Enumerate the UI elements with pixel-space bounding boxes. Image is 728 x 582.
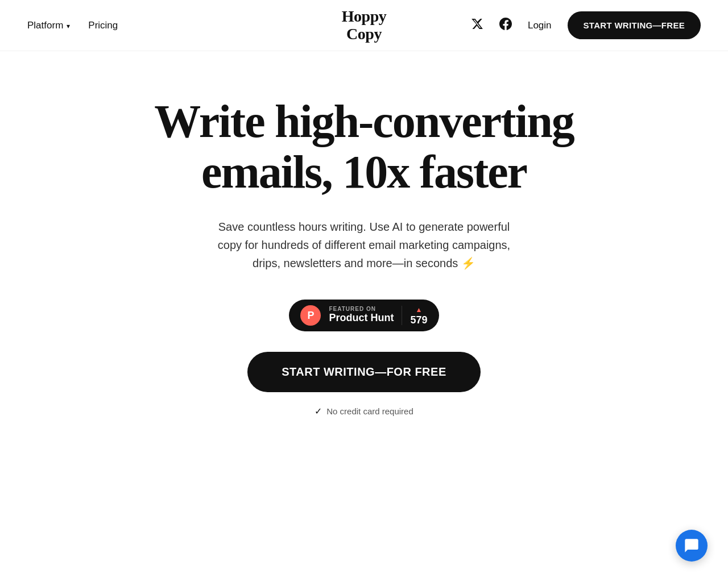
login-link[interactable]: Login [528, 20, 552, 31]
hero-subtitle: Save countless hours writing. Use AI to … [205, 218, 523, 272]
no-credit-card-text: No credit card required [326, 406, 413, 416]
platform-label: Platform [27, 20, 63, 31]
product-hunt-badge[interactable]: P FEATURED ON Product Hunt ▲ 579 [289, 300, 439, 331]
navbar: Platform ▾ Pricing HoppyCopy Login START… [0, 0, 728, 51]
upvote-arrow-icon: ▲ [416, 306, 423, 314]
vote-count: 579 [410, 315, 427, 325]
product-hunt-name: Product Hunt [329, 312, 394, 325]
checkmark-icon: ✓ [315, 406, 322, 417]
pricing-link[interactable]: Pricing [88, 20, 118, 31]
product-hunt-votes: ▲ 579 [402, 306, 427, 325]
hero-section: Write high-converting emails, 10x faster… [0, 51, 728, 451]
featured-on-label: FEATURED ON [329, 306, 375, 312]
product-hunt-text: FEATURED ON Product Hunt [329, 306, 394, 325]
hero-cta-button[interactable]: START WRITING—FOR FREE [247, 352, 481, 392]
chat-bubble-button[interactable] [676, 530, 708, 562]
chat-icon [684, 538, 700, 554]
hero-title: Write high-converting emails, 10x faster [136, 97, 592, 197]
logo-text: HoppyCopy [342, 8, 386, 43]
logo[interactable]: HoppyCopy [342, 8, 386, 43]
chevron-down-icon: ▾ [67, 22, 70, 30]
nav-cta-button[interactable]: START WRITING—FREE [568, 11, 701, 39]
facebook-icon[interactable] [499, 18, 512, 33]
product-hunt-logo: P [300, 305, 321, 326]
platform-menu[interactable]: Platform ▾ [27, 20, 70, 31]
twitter-icon[interactable] [471, 18, 483, 33]
nav-right: Login START WRITING—FREE [471, 11, 701, 39]
nav-left: Platform ▾ Pricing [27, 20, 118, 31]
no-credit-card-notice: ✓ No credit card required [315, 406, 413, 417]
